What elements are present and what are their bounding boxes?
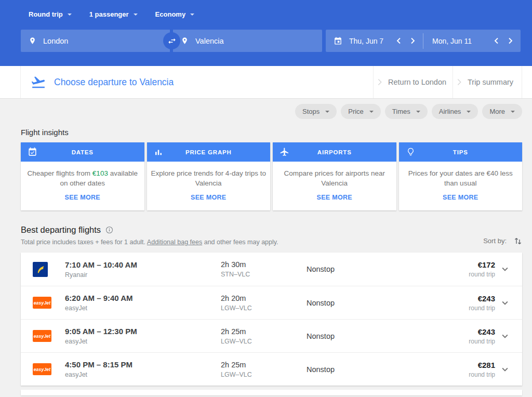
swap-arrows-icon — [167, 36, 177, 46]
expand-flight-button[interactable] — [499, 364, 511, 375]
depart-date-next-button[interactable] — [409, 36, 416, 45]
return-date-section[interactable]: Mon, Jun 11 — [423, 30, 521, 52]
search-fields-row: London Valencia Thu, Jun 7 — [21, 30, 521, 52]
insight-card-price-graph-label: PRICE GRAPH — [185, 149, 232, 155]
expand-flight-button[interactable] — [499, 330, 511, 342]
flight-times-cell: 4:50 PM – 8:15 PM easyJet — [65, 360, 221, 378]
chevron-right-icon — [455, 77, 464, 87]
chevron-right-icon — [375, 77, 384, 87]
depart-date-section[interactable]: Thu, Jun 7 — [326, 30, 423, 52]
flight-row[interactable]: 7:10 AM – 10:40 AM Ryanair 2h 30m STN–VL… — [21, 253, 522, 286]
flight-route: STN–VLC — [221, 271, 307, 278]
calendar-icon — [334, 36, 342, 45]
chevron-down-icon — [190, 14, 194, 16]
filter-airlines-button[interactable]: Airlines — [432, 104, 478, 119]
insight-card-price-graph: PRICE GRAPH Explore price trends for 4-d… — [147, 142, 271, 210]
flight-route: LGW–VLC — [221, 338, 307, 345]
airline-logo: easyJet — [33, 330, 65, 342]
airline-name: easyJet — [65, 338, 221, 345]
dates-text-before: Cheaper flights from — [28, 169, 92, 177]
trip-type-label: Round trip — [29, 10, 63, 18]
bag-fees-link[interactable]: Additional bag fees — [147, 239, 202, 246]
flight-price: €281 — [410, 361, 495, 369]
filter-times-button[interactable]: Times — [385, 104, 428, 119]
insight-card-dates: DATES Cheaper flights from €103 availabl… — [21, 142, 144, 210]
tips-see-more-button[interactable]: SEE MORE — [399, 194, 523, 201]
info-icon[interactable] — [105, 226, 113, 234]
flight-times: 4:50 PM – 8:15 PM — [65, 360, 221, 369]
flight-times-cell: 9:05 AM – 12:30 PM easyJet — [65, 327, 221, 345]
best-flights-header: Best departing flights Total price inclu… — [21, 225, 522, 246]
depart-date-value: Thu, Jun 7 — [349, 37, 383, 45]
flight-times: 6:20 AM – 9:40 AM — [65, 294, 221, 302]
destination-field[interactable]: Valencia — [173, 30, 322, 52]
flight-row[interactable]: easyJet 6:20 AM – 9:40 AM easyJet 2h 20m… — [21, 286, 522, 319]
origin-field[interactable]: London — [21, 30, 170, 52]
best-flights-title-row: Best departing flights — [21, 225, 278, 235]
airline-name: easyJet — [65, 305, 221, 312]
chevron-down-icon — [134, 14, 138, 16]
return-date-next-button[interactable] — [507, 36, 514, 45]
swap-locations-button[interactable] — [163, 32, 180, 49]
filter-price-label: Price — [348, 108, 364, 115]
flight-insights-heading: Flight insights — [21, 128, 522, 137]
expand-flight-button[interactable] — [499, 297, 511, 309]
filter-more-button[interactable]: More — [482, 104, 522, 119]
flight-price-cell: €243 round trip — [410, 327, 495, 345]
flight-row[interactable]: easyJet 9:05 AM – 12:30 PM easyJet 2h 25… — [21, 319, 522, 352]
cabin-class-label: Economy — [155, 10, 186, 18]
stepper-right-spacer — [522, 66, 532, 98]
cabin-class-dropdown[interactable]: Economy — [155, 10, 195, 18]
flight-price: €172 — [410, 260, 495, 269]
filter-stops-button[interactable]: Stops — [295, 104, 337, 119]
airline-name: easyJet — [65, 371, 221, 378]
disclaimer-text-after: and other fees may apply. — [202, 239, 278, 246]
depart-date-prev-button[interactable] — [395, 36, 402, 45]
return-date-prev-button[interactable] — [493, 36, 500, 45]
insight-card-dates-header[interactable]: DATES — [21, 142, 144, 162]
sort-button[interactable] — [514, 236, 522, 245]
flight-stops: Nonstop — [307, 265, 410, 273]
flight-price-note: round trip — [410, 271, 495, 278]
flight-duration: 2h 30m — [221, 260, 307, 269]
flight-price-cell: €281 round trip — [410, 361, 495, 378]
insight-card-price-graph-header[interactable]: PRICE GRAPH — [147, 142, 271, 162]
flight-row[interactable]: easyJet 4:50 PM – 8:15 PM easyJet 2h 25m… — [21, 352, 522, 386]
chevron-down-icon — [416, 111, 420, 113]
flight-duration-cell: 2h 30m STN–VLC — [221, 260, 307, 278]
airports-see-more-button[interactable]: SEE MORE — [273, 194, 396, 201]
search-header: Round trip 1 passenger Economy London — [0, 0, 532, 66]
step-summary-label: Trip summary — [468, 78, 513, 86]
chevron-down-icon — [467, 111, 471, 113]
filter-price-button[interactable]: Price — [341, 104, 381, 119]
insight-card-tips-label: TIPS — [453, 149, 468, 155]
expand-flight-button[interactable] — [499, 263, 511, 275]
step-trip-summary[interactable]: Trip summary — [453, 66, 522, 98]
insight-card-tips-header[interactable]: TIPS — [399, 142, 523, 162]
passengers-dropdown[interactable]: 1 passenger — [89, 10, 138, 18]
flight-duration: 2h 20m — [221, 294, 307, 302]
airline-logo: easyJet — [33, 297, 65, 309]
airline-logo — [33, 262, 65, 277]
insight-card-airports-header[interactable]: AIRPORTS — [273, 142, 396, 162]
trip-options-row: Round trip 1 passenger Economy — [0, 0, 532, 18]
price-disclaimer: Total price includes taxes + fees for 1 … — [21, 239, 278, 246]
easyjet-logo-icon: easyJet — [33, 363, 51, 375]
flight-duration: 2h 25m — [221, 361, 307, 369]
best-flights-list: 7:10 AM – 10:40 AM Ryanair 2h 30m STN–VL… — [21, 253, 522, 386]
flight-route: LGW–VLC — [221, 305, 307, 312]
insight-card-tips-text: Prices for your dates are €40 less than … — [399, 162, 523, 188]
sort-by-label: Sort by: — [483, 237, 507, 245]
chevron-down-icon — [369, 111, 374, 113]
next-flights-card-top — [21, 390, 522, 395]
airline-logo: easyJet — [33, 363, 65, 375]
step-return[interactable]: Return to London — [373, 66, 453, 98]
filter-stops-label: Stops — [302, 108, 320, 115]
dates-see-more-button[interactable]: SEE MORE — [21, 194, 144, 201]
price-graph-see-more-button[interactable]: SEE MORE — [147, 194, 271, 201]
filter-airlines-label: Airlines — [439, 108, 461, 115]
step-choose-departure: Choose departure to Valencia — [21, 66, 373, 98]
trip-type-dropdown[interactable]: Round trip — [29, 10, 72, 18]
flight-price: €243 — [410, 294, 495, 303]
flight-price-note: round trip — [410, 338, 495, 345]
